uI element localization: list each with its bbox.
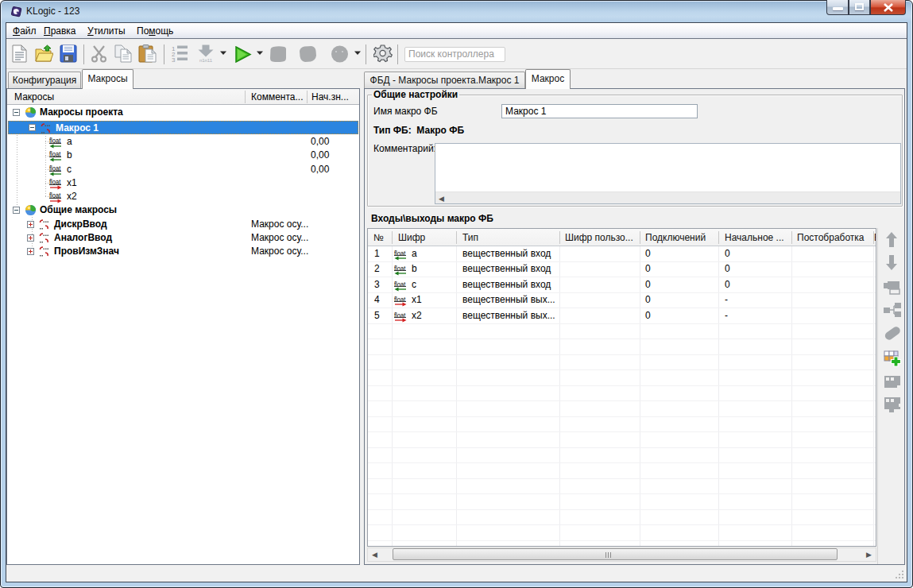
svg-text:3: 3 <box>172 56 176 63</box>
svg-text:п1п11: п1п11 <box>199 58 213 63</box>
